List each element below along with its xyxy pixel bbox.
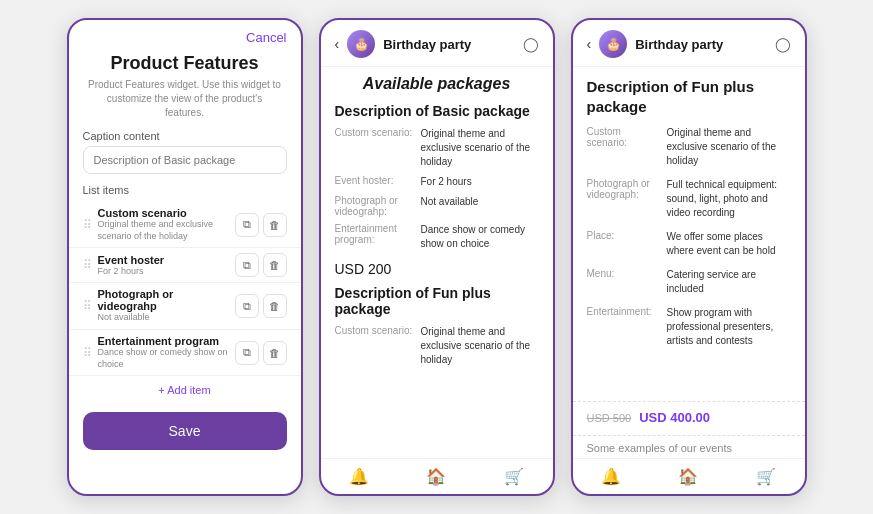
right-row-entertainment: Entertainment: Show program with profess…	[587, 306, 791, 348]
caption-input[interactable]	[83, 146, 287, 174]
middle-bottom-nav: 🔔 🏠 🛒	[321, 458, 553, 494]
examples-label: Some examples of our events	[573, 435, 805, 458]
right-avatar: 🎂	[599, 30, 627, 58]
item-text: Custom scenario Original theme and exclu…	[98, 207, 229, 242]
copy-button[interactable]: ⧉	[235, 341, 259, 365]
right-back-arrow-icon[interactable]: ‹	[587, 36, 592, 52]
list-items-container: ⠿ Custom scenario Original theme and exc…	[69, 202, 301, 376]
right-row-photo: Photograph or videograph: Full technical…	[587, 178, 791, 220]
item-text: Photograph or videograhp Not available	[98, 288, 229, 324]
item-text: Entertainment program Dance show or come…	[98, 335, 229, 370]
add-item-button[interactable]: + Add item	[69, 376, 301, 404]
item-actions: ⧉ 🗑	[235, 341, 287, 365]
list-item: ⠿ Event hoster For 2 hours ⧉ 🗑	[69, 248, 301, 283]
right-title: Birthday party	[635, 37, 766, 52]
item-subtitle: For 2 hours	[98, 266, 229, 278]
basic-package-heading: Description of Basic package	[335, 103, 539, 119]
drag-handle-icon[interactable]: ⠿	[83, 346, 92, 360]
list-items-label: List items	[69, 184, 301, 202]
back-arrow-icon[interactable]: ‹	[335, 36, 340, 52]
panel-subtitle: Product Features widget. Use this widget…	[69, 78, 301, 130]
delete-button[interactable]: 🗑	[263, 294, 287, 318]
price-section: USD 500 USD 400.00	[573, 401, 805, 433]
home-icon[interactable]: 🏠	[426, 467, 446, 486]
item-title: Event hoster	[98, 254, 229, 266]
mid-row-hoster: Event hoster: For 2 hours	[335, 175, 539, 189]
middle-title: Birthday party	[383, 37, 514, 52]
middle-panel: ‹ 🎂 Birthday party ◯ Available packages …	[319, 18, 555, 496]
delete-button[interactable]: 🗑	[263, 213, 287, 237]
mid-row-fun-scenario: Custom scenario: Original theme and excl…	[335, 325, 539, 367]
item-title: Custom scenario	[98, 207, 229, 219]
drag-handle-icon[interactable]: ⠿	[83, 258, 92, 272]
caption-label: Caption content	[69, 130, 301, 146]
item-text: Event hoster For 2 hours	[98, 254, 229, 278]
old-price: USD 500	[587, 412, 632, 424]
item-title: Photograph or videograhp	[98, 288, 229, 312]
list-item: ⠿ Custom scenario Original theme and exc…	[69, 202, 301, 248]
cart-icon[interactable]: 🛒	[504, 467, 524, 486]
price-row: USD 500 USD 400.00	[587, 410, 791, 425]
item-actions: ⧉ 🗑	[235, 253, 287, 277]
left-header: Cancel	[69, 20, 301, 45]
right-row-place: Place: We offer some places where event …	[587, 230, 791, 258]
right-cart-icon[interactable]: 🛒	[756, 467, 776, 486]
right-home-icon[interactable]: 🏠	[678, 467, 698, 486]
bell-icon[interactable]: 🔔	[349, 467, 369, 486]
drag-handle-icon[interactable]: ⠿	[83, 299, 92, 313]
item-subtitle: Not available	[98, 312, 229, 324]
cancel-button[interactable]: Cancel	[246, 30, 286, 45]
item-actions: ⧉ 🗑	[235, 294, 287, 318]
right-row-scenario: Custom scenario: Original theme and excl…	[587, 126, 791, 168]
item-title: Entertainment program	[98, 335, 229, 347]
item-actions: ⧉ 🗑	[235, 213, 287, 237]
list-item: ⠿ Entertainment program Dance show or co…	[69, 330, 301, 376]
right-row-menu: Menu: Catering service are included	[587, 268, 791, 296]
avatar: 🎂	[347, 30, 375, 58]
item-subtitle: Original theme and exclusive scenario of…	[98, 219, 229, 242]
copy-button[interactable]: ⧉	[235, 294, 259, 318]
new-price: USD 400.00	[639, 410, 710, 425]
mid-row-photo: Photograph or videograhp: Not available	[335, 195, 539, 217]
user-icon[interactable]: ◯	[523, 36, 539, 52]
basic-price: USD 200	[335, 261, 539, 277]
right-bottom-nav: 🔔 🏠 🛒	[573, 458, 805, 494]
right-user-icon[interactable]: ◯	[775, 36, 791, 52]
middle-content: Available packages Description of Basic …	[321, 67, 553, 458]
drag-handle-icon[interactable]: ⠿	[83, 218, 92, 232]
list-item: ⠿ Photograph or videograhp Not available…	[69, 283, 301, 330]
right-package-title: Description of Fun plus package	[573, 67, 805, 126]
save-button[interactable]: Save	[83, 412, 287, 450]
left-panel: Cancel Product Features Product Features…	[67, 18, 303, 496]
packages-heading: Available packages	[335, 75, 539, 93]
mid-row-entertainment: Entertainment program: Dance show or com…	[335, 223, 539, 251]
right-bell-icon[interactable]: 🔔	[601, 467, 621, 486]
copy-button[interactable]: ⧉	[235, 253, 259, 277]
delete-button[interactable]: 🗑	[263, 341, 287, 365]
mid-row-scenario: Custom scenario: Original theme and excl…	[335, 127, 539, 169]
delete-button[interactable]: 🗑	[263, 253, 287, 277]
item-subtitle: Dance show or comedy show on choice	[98, 347, 229, 370]
copy-button[interactable]: ⧉	[235, 213, 259, 237]
right-content: Custom scenario: Original theme and excl…	[573, 126, 805, 401]
middle-header: ‹ 🎂 Birthday party ◯	[321, 20, 553, 67]
right-header: ‹ 🎂 Birthday party ◯	[573, 20, 805, 67]
panel-title: Product Features	[69, 45, 301, 78]
fun-package-heading: Description of Fun plus package	[335, 285, 539, 317]
right-panel: ‹ 🎂 Birthday party ◯ Description of Fun …	[571, 18, 807, 496]
